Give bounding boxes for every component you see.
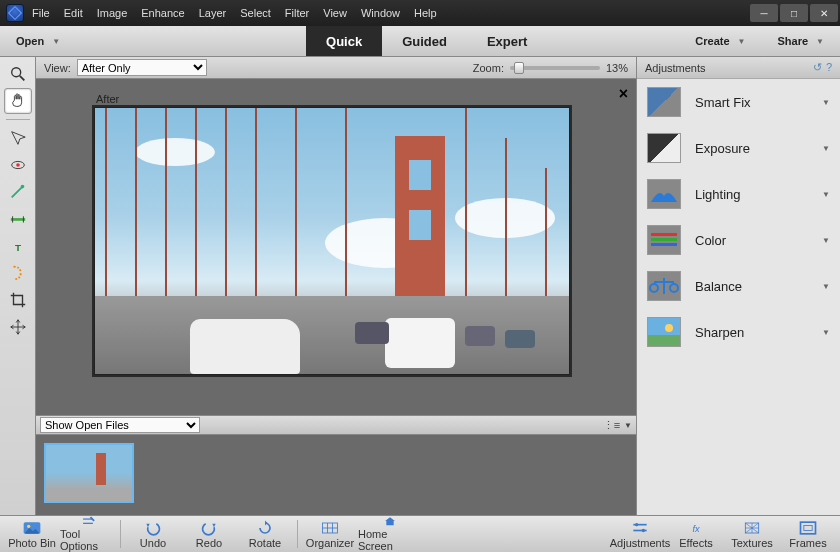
adjustment-color[interactable]: Color▼: [637, 217, 840, 263]
close-document-button[interactable]: ×: [619, 85, 628, 103]
text-tool[interactable]: T: [4, 233, 32, 259]
svg-rect-9: [651, 233, 677, 236]
adjustment-balance[interactable]: Balance▼: [637, 263, 840, 309]
svg-point-0: [11, 68, 20, 77]
textures-button[interactable]: Textures: [724, 516, 780, 552]
titlebar: File Edit Image Enhance Layer Select Fil…: [0, 0, 840, 26]
svg-rect-10: [651, 238, 677, 241]
sharpen-icon: [647, 317, 681, 347]
menu-view[interactable]: View: [323, 7, 347, 19]
menu-window[interactable]: Window: [361, 7, 400, 19]
help-icon[interactable]: ?: [826, 61, 832, 74]
tab-quick[interactable]: Quick: [306, 26, 382, 56]
balance-icon: [647, 271, 681, 301]
mode-bar: Open▼ Quick Guided Expert Create▼ Share▼: [0, 26, 840, 57]
svg-point-14: [650, 284, 658, 292]
create-button[interactable]: Create▼: [679, 26, 761, 56]
svg-point-18: [27, 524, 30, 527]
menu-image[interactable]: Image: [97, 7, 128, 19]
move-tool[interactable]: [4, 314, 32, 340]
svg-line-1: [19, 76, 24, 81]
right-panel: Adjustments ↺ ? Smart Fix▼ Exposure▼ Lig…: [636, 57, 840, 515]
chevron-down-icon: ▼: [816, 37, 824, 46]
frames-button[interactable]: Frames: [780, 516, 836, 552]
bin-options-icon[interactable]: ⋮≡: [603, 419, 620, 432]
whiten-teeth-tool[interactable]: [4, 179, 32, 205]
adjustment-exposure[interactable]: Exposure▼: [637, 125, 840, 171]
content: T View: After Only Zoom: 13% × After: [0, 57, 840, 515]
exposure-icon: [647, 133, 681, 163]
svg-text:T: T: [14, 242, 20, 253]
window-controls: ─ □ ✕: [750, 4, 840, 22]
menu-layer[interactable]: Layer: [199, 7, 227, 19]
adjustment-lighting[interactable]: Lighting▼: [637, 171, 840, 217]
svg-point-15: [670, 284, 678, 292]
mode-tabs: Quick Guided Expert: [306, 26, 547, 56]
after-label: After: [96, 93, 620, 105]
left-toolbar: T: [0, 57, 36, 515]
adjustments-header: Adjustments ↺ ?: [637, 57, 840, 79]
menu-edit[interactable]: Edit: [64, 7, 83, 19]
svg-rect-31: [801, 522, 816, 534]
document-preview[interactable]: [94, 107, 570, 375]
spot-heal-tool[interactable]: [4, 260, 32, 286]
view-select[interactable]: After Only: [77, 59, 207, 76]
adjustment-smart-fix[interactable]: Smart Fix▼: [637, 79, 840, 125]
organizer-button[interactable]: Organizer: [302, 516, 358, 552]
view-label: View:: [44, 62, 71, 74]
maximize-button[interactable]: □: [780, 4, 808, 22]
view-bar: View: After Only Zoom: 13%: [36, 57, 636, 79]
menu-filter[interactable]: Filter: [285, 7, 309, 19]
close-window-button[interactable]: ✕: [810, 4, 838, 22]
zoom-tool[interactable]: [4, 61, 32, 87]
thumbnail[interactable]: [44, 443, 134, 503]
canvas-area: View: After Only Zoom: 13% × After: [36, 57, 636, 515]
lighting-icon: [647, 179, 681, 209]
menu-enhance[interactable]: Enhance: [141, 7, 184, 19]
adjustments-button[interactable]: Adjustments: [612, 516, 668, 552]
photo-bin-button[interactable]: Photo Bin: [4, 516, 60, 552]
svg-point-28: [642, 528, 645, 531]
svg-point-27: [635, 523, 638, 526]
effects-button[interactable]: fx Effects: [668, 516, 724, 552]
menu-select[interactable]: Select: [240, 7, 271, 19]
svg-point-16: [665, 324, 673, 332]
chevron-down-icon: ▼: [738, 37, 746, 46]
svg-text:fx: fx: [692, 524, 700, 534]
zoom-value: 13%: [606, 62, 628, 74]
svg-point-3: [16, 163, 20, 167]
chevron-down-icon: ▼: [52, 37, 60, 46]
straighten-tool[interactable]: [4, 206, 32, 232]
menu-help[interactable]: Help: [414, 7, 437, 19]
tab-guided[interactable]: Guided: [382, 26, 467, 56]
redeye-tool[interactable]: [4, 152, 32, 178]
photo-bin-bar: Show Open Files ⋮≡ ▼: [36, 415, 636, 435]
hand-tool[interactable]: [4, 88, 32, 114]
minimize-button[interactable]: ─: [750, 4, 778, 22]
redo-button[interactable]: Redo: [181, 516, 237, 552]
smart-fix-icon: [647, 87, 681, 117]
zoom-label: Zoom:: [473, 62, 504, 74]
zoom-slider[interactable]: [510, 66, 600, 70]
bottom-bar: Photo Bin Tool Options Undo Redo Rotate …: [0, 515, 840, 552]
open-button[interactable]: Open▼: [0, 26, 76, 56]
photo-bin: [36, 435, 636, 515]
color-icon: [647, 225, 681, 255]
menu-bar: File Edit Image Enhance Layer Select Fil…: [32, 7, 437, 19]
tab-expert[interactable]: Expert: [467, 26, 547, 56]
crop-tool[interactable]: [4, 287, 32, 313]
undo-button[interactable]: Undo: [125, 516, 181, 552]
app-icon: [6, 4, 24, 22]
adjustment-sharpen[interactable]: Sharpen▼: [637, 309, 840, 355]
canvas-main: × After: [36, 79, 636, 415]
reset-icon[interactable]: ↺: [813, 61, 822, 74]
chevron-down-icon[interactable]: ▼: [624, 421, 632, 430]
menu-file[interactable]: File: [32, 7, 50, 19]
tool-options-button[interactable]: Tool Options: [60, 516, 116, 552]
home-screen-button[interactable]: Home Screen: [358, 516, 422, 552]
svg-rect-11: [651, 243, 677, 246]
quick-select-tool[interactable]: [4, 125, 32, 151]
share-button[interactable]: Share▼: [762, 26, 841, 56]
bin-dropdown[interactable]: Show Open Files: [40, 417, 200, 433]
rotate-button[interactable]: Rotate: [237, 516, 293, 552]
